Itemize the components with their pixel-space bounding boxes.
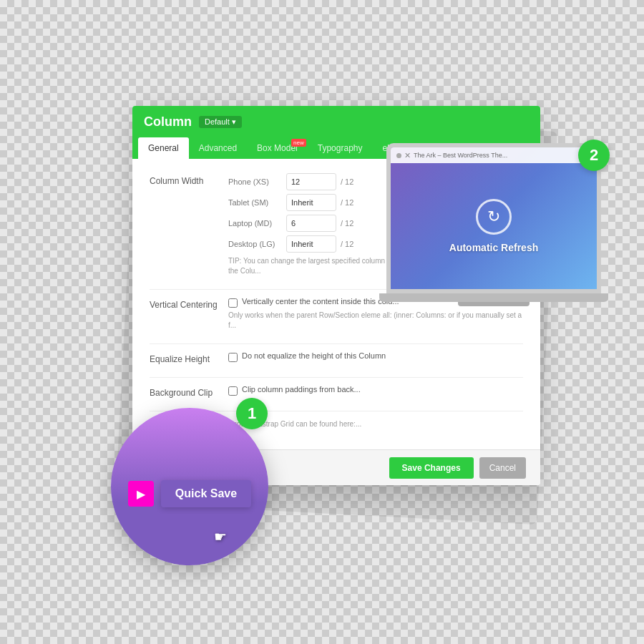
field-label-bg-clip: Background Clip bbox=[150, 385, 228, 398]
input-phone[interactable] bbox=[286, 173, 336, 190]
input-desktop[interactable] bbox=[286, 235, 336, 253]
browser-close-dot bbox=[396, 153, 401, 158]
suffix-desktop: / 12 bbox=[341, 240, 353, 248]
field-bg-clip: Background Clip Clip column paddings fro… bbox=[150, 385, 523, 398]
zoomed-arrow-icon: ▶ bbox=[128, 481, 154, 507]
laptop-base bbox=[379, 293, 608, 302]
checkbox-label-bg-clip: Clip column paddings from back... bbox=[242, 385, 361, 394]
circle-magnifier: ▶ Quick Save ☛ bbox=[111, 408, 268, 565]
sublabel-tablet: Tablet (SM) bbox=[228, 198, 282, 207]
browser-close-icon: ✕ bbox=[404, 151, 411, 160]
laptop-overlay: ✕ The Ark – Best WordPress The... ✕ ↻ Au… bbox=[372, 143, 615, 329]
browser-bar: ✕ The Ark – Best WordPress The... ✕ bbox=[391, 147, 597, 163]
sublabel-phone: Phone (XS) bbox=[228, 177, 282, 186]
suffix-phone: / 12 bbox=[341, 177, 353, 186]
laptop-screen: ✕ The Ark – Best WordPress The... ✕ ↻ Au… bbox=[386, 143, 601, 293]
sublabel-laptop: Laptop (MD) bbox=[228, 219, 282, 228]
browser-title: The Ark – Best WordPress The... bbox=[414, 152, 582, 159]
field-label-equalize: Equalize Height bbox=[150, 351, 228, 364]
tab-box-model[interactable]: Box Model new bbox=[247, 137, 308, 159]
checkbox-vertical[interactable] bbox=[228, 298, 238, 308]
zoomed-btn-area: ▶ Quick Save bbox=[128, 480, 251, 507]
field-controls-bg-clip: Clip column paddings from back... bbox=[228, 385, 523, 396]
tab-advanced[interactable]: Advanced bbox=[189, 137, 247, 159]
cursor-icon: ☛ bbox=[214, 528, 227, 545]
checkbox-row-equalize: Do not equalize the height of this Colum… bbox=[228, 351, 523, 362]
screen-content: ↻ Automatic Refresh bbox=[449, 199, 538, 253]
panel-header: Column Default ▾ bbox=[132, 106, 540, 137]
suffix-laptop: / 12 bbox=[341, 219, 353, 228]
field-label-column-width: Column Width bbox=[150, 173, 228, 186]
cancel-button[interactable]: Cancel bbox=[479, 457, 526, 479]
new-badge: new bbox=[291, 139, 306, 147]
tab-typography[interactable]: Typography bbox=[308, 137, 373, 159]
checkbox-label-equalize: Do not equalize the height of this Colum… bbox=[242, 351, 386, 360]
quick-save-button[interactable]: Quick Save bbox=[161, 480, 251, 507]
field-equalize-height: Equalize Height Do not equalize the heig… bbox=[150, 351, 523, 364]
panel-title: Column bbox=[144, 114, 192, 130]
laptop-screen-inner: ✕ The Ark – Best WordPress The... ✕ ↻ Au… bbox=[391, 147, 597, 289]
field-controls-info: ...row Bootstrap Grid can be found here:… bbox=[228, 419, 523, 429]
auto-refresh-text: Automatic Refresh bbox=[449, 242, 538, 253]
checkbox-row-bg-clip: Clip column paddings from back... bbox=[228, 385, 523, 396]
field-controls-equalize: Do not equalize the height of this Colum… bbox=[228, 351, 523, 362]
save-changes-button[interactable]: Save Changes bbox=[389, 457, 474, 479]
checkbox-equalize[interactable] bbox=[228, 353, 238, 362]
step-badge-1: 1 bbox=[236, 398, 268, 429]
refresh-icon: ↻ bbox=[476, 199, 512, 235]
tab-general[interactable]: General bbox=[138, 137, 189, 159]
checkbox-bg-clip[interactable] bbox=[228, 386, 238, 396]
circle-inner: ▶ Quick Save ☛ bbox=[111, 408, 268, 565]
panel-default-badge[interactable]: Default ▾ bbox=[199, 116, 242, 128]
laptop-stand bbox=[458, 302, 530, 306]
field-label-vertical: Vertical Centering bbox=[150, 297, 228, 310]
suffix-tablet: / 12 bbox=[341, 198, 353, 207]
input-tablet[interactable] bbox=[286, 194, 336, 211]
sublabel-desktop: Desktop (LG) bbox=[228, 240, 282, 248]
step-badge-2: 2 bbox=[578, 140, 610, 171]
input-laptop[interactable] bbox=[286, 215, 336, 232]
